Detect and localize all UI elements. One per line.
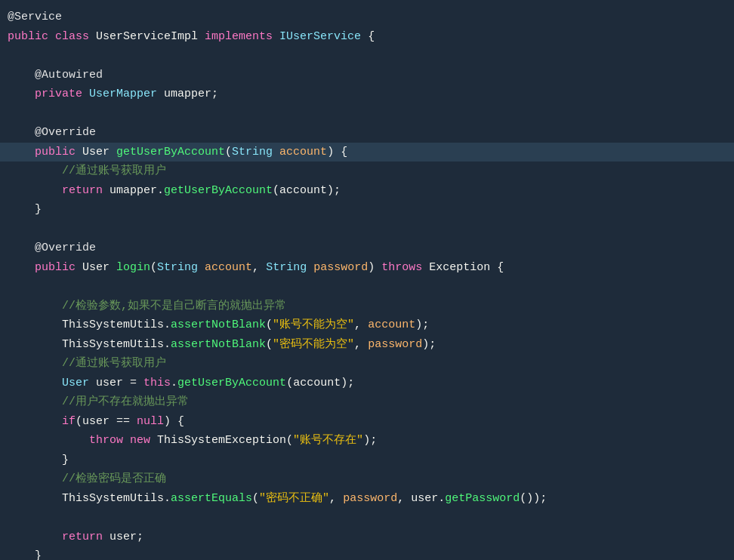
code-line: //检验参数,如果不是自己断言的就抛出异常 <box>0 297 734 316</box>
code-token: public <box>8 30 55 43</box>
code-token: Exception <box>429 261 490 274</box>
code-token: "密码不正确" <box>259 492 329 505</box>
line-content <box>8 508 719 528</box>
code-line: private UserMapper umapper; <box>0 85 734 104</box>
code-token: ) { <box>327 146 347 158</box>
code-token: public <box>35 146 82 158</box>
code-token: assertEquals <box>171 492 252 505</box>
code-token: @Override <box>8 242 96 254</box>
code-token: this <box>143 377 171 389</box>
code-line: return user; <box>0 528 734 547</box>
code-token: ()); <box>520 492 547 505</box>
line-content: @Service <box>8 8 719 27</box>
code-token <box>8 184 62 197</box>
code-token <box>130 415 137 428</box>
code-line <box>0 46 734 66</box>
code-token: implements <box>205 30 279 43</box>
code-token: //通过账号获取用户 <box>8 165 166 177</box>
code-token: { <box>361 30 375 43</box>
code-line: public class UserServiceImpl implements … <box>0 27 734 47</box>
code-token: //检验密码是否正确 <box>8 472 166 485</box>
code-token: } <box>8 454 69 466</box>
line-content: return umapper.getUserByAccount(account)… <box>8 181 719 201</box>
code-token <box>8 377 62 389</box>
line-content: //检验密码是否正确 <box>8 469 719 489</box>
code-token: assertNotBlank <box>171 338 266 351</box>
code-line: } <box>0 546 734 560</box>
code-token: (account); <box>286 377 354 389</box>
code-token: ThisSystemUtils. <box>8 492 171 505</box>
line-content: public User getUserByAccount(String acco… <box>8 143 719 162</box>
line-content: public class UserServiceImpl implements … <box>8 27 719 47</box>
code-line <box>0 104 734 124</box>
line-content <box>8 104 719 124</box>
code-line: //通过账号获取用户 <box>0 162 734 181</box>
code-token: account <box>205 261 252 274</box>
code-token: UserServiceImpl <box>96 30 205 43</box>
code-line: ThisSystemUtils.assertNotBlank("密码不能为空",… <box>0 335 734 355</box>
line-content: //通过账号获取用户 <box>8 162 719 181</box>
code-token: password <box>368 338 422 351</box>
code-token <box>8 261 35 274</box>
code-token: account <box>368 318 415 331</box>
code-token: UserMapper <box>89 88 164 100</box>
code-token: user. <box>411 492 445 505</box>
code-token: getUserByAccount <box>177 377 286 389</box>
code-line: public User getUserByAccount(String acco… <box>0 143 734 162</box>
code-token: user <box>96 377 130 389</box>
code-token: new <box>130 434 157 447</box>
line-content: private UserMapper umapper; <box>8 85 719 104</box>
code-line: } <box>0 451 734 470</box>
code-token: login <box>116 261 150 274</box>
code-token: String <box>157 261 205 274</box>
code-token: ( <box>266 318 273 331</box>
line-content: //通过账号获取用户 <box>8 354 719 374</box>
code-token: ); <box>363 434 377 447</box>
code-token: password <box>343 492 397 505</box>
code-token: account <box>279 146 327 158</box>
code-token <box>8 415 62 428</box>
code-token: } <box>8 549 42 560</box>
code-token: User <box>62 377 96 389</box>
code-token: == <box>116 415 130 428</box>
code-token: return <box>62 184 109 197</box>
code-token: . <box>171 377 177 389</box>
code-line: //用户不存在就抛出异常 <box>0 392 734 412</box>
code-token: , <box>354 318 368 331</box>
line-content: @Override <box>8 238 719 258</box>
code-token: User <box>82 146 116 158</box>
code-token: { <box>490 261 504 274</box>
code-token: = <box>130 377 143 389</box>
code-token: ) <box>368 261 381 274</box>
code-token: throw <box>89 434 130 447</box>
code-token: @Override <box>8 126 96 139</box>
line-content: throw new ThisSystemException("账号不存在"); <box>8 431 719 451</box>
code-token: //用户不存在就抛出异常 <box>8 395 189 408</box>
code-token: assertNotBlank <box>171 318 266 331</box>
code-token: return <box>62 531 109 543</box>
code-token: ( <box>252 492 259 505</box>
line-content <box>8 277 719 297</box>
code-token: , <box>252 261 266 274</box>
code-line: @Autowired <box>0 66 734 85</box>
code-line: ThisSystemUtils.assertNotBlank("账号不能为空",… <box>0 315 734 335</box>
line-content: return user; <box>8 528 719 547</box>
code-line: ThisSystemUtils.assertEquals("密码不正确", pa… <box>0 489 734 509</box>
line-content: public User login(String account, String… <box>8 258 719 278</box>
code-token: "账号不存在" <box>293 434 363 447</box>
code-token: ThisSystemException <box>157 434 286 447</box>
code-token: public <box>35 261 82 274</box>
line-content <box>8 220 719 239</box>
code-line: //通过账号获取用户 <box>0 354 734 374</box>
code-token: umapper; <box>164 88 218 100</box>
code-token: String <box>232 146 279 158</box>
code-line <box>0 277 734 297</box>
code-editor: @Servicepublic class UserServiceImpl imp… <box>0 0 734 560</box>
code-token: umapper. <box>109 184 164 197</box>
code-token: String <box>266 261 313 274</box>
code-token: , <box>329 492 343 505</box>
code-token: ( <box>225 146 232 158</box>
line-content: ThisSystemUtils.assertNotBlank("账号不能为空",… <box>8 315 719 335</box>
code-token: User <box>82 261 116 274</box>
line-content: User user = this.getUserByAccount(accoun… <box>8 374 719 393</box>
